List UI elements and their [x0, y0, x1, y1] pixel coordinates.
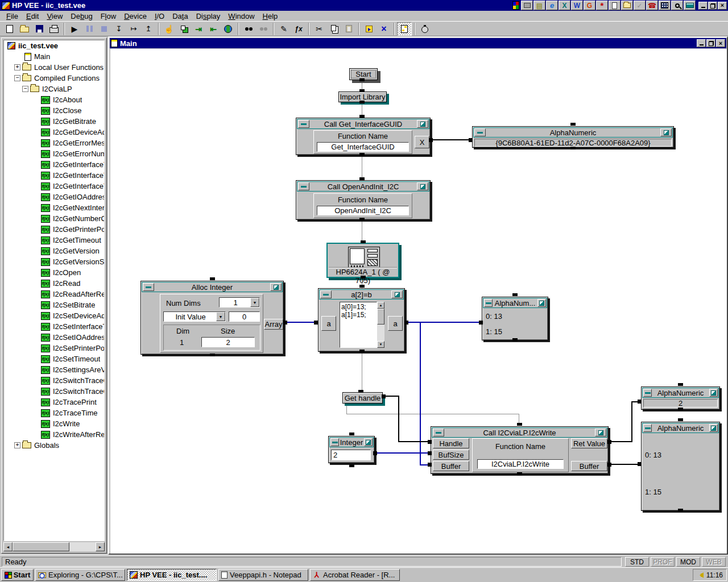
object-titlebar[interactable]: AlphaNumeric [642, 423, 719, 433]
open-folder-button[interactable] [621, 1, 633, 10]
object-minimize-button[interactable] [433, 429, 444, 436]
tree-item-i2cgetbitrate[interactable]: f(x)I2cGetBitrate [4, 116, 104, 127]
object-open-view-button[interactable] [364, 438, 373, 446]
tree-item-i2ctracetime[interactable]: f(x)I2cTraceTime [4, 408, 104, 418]
tasks-button[interactable]: ✓ [634, 1, 646, 10]
num-dims-select[interactable]: 1 [219, 297, 260, 307]
tree-item-i2cgetioaddress[interactable]: f(x)I2cGetIOAddress [4, 192, 104, 202]
tree-item-main[interactable]: Main [4, 51, 104, 62]
tree-item-i2cclose[interactable]: f(x)I2cClose [4, 105, 104, 116]
menu-edit[interactable]: Edit [22, 11, 43, 22]
integer-object[interactable]: Integer 2 [328, 436, 375, 463]
pan-hand-button[interactable]: ☝ [162, 22, 176, 36]
expand-icon[interactable]: + [14, 64, 20, 70]
object-open-view-button[interactable] [391, 290, 403, 298]
menu-help[interactable]: Help [259, 11, 282, 22]
tree-item-i2cswitchtraceon[interactable]: f(x)I2cSwitchTraceOn [4, 386, 104, 397]
menu-i-o[interactable]: I/O [151, 11, 168, 22]
object-titlebar[interactable]: Call Get_InterfaceGUID [297, 119, 429, 129]
bookshelf-button[interactable]: ▤ [533, 1, 545, 10]
tree-item-i2cwriteafterrest[interactable]: f(x)I2cWriteAfterRest [4, 429, 104, 440]
menu-file[interactable]: File [2, 11, 22, 22]
object-minimize-button[interactable] [143, 283, 154, 291]
tree-item-i2cgetprinterport[interactable]: f(x)I2cGetPrinterPort [4, 224, 104, 235]
scroll-down-button[interactable] [377, 341, 384, 348]
web-button[interactable] [221, 22, 235, 36]
object-titlebar[interactable]: AlphaNumeric [642, 388, 719, 398]
expand-icon[interactable]: + [14, 442, 20, 448]
scroll-up-button[interactable] [377, 302, 384, 309]
add-input-terminal-button[interactable]: ⇥ [191, 22, 206, 36]
dropdown-arrow-icon[interactable] [216, 312, 225, 321]
tree-item-i2csetinterfacety[interactable]: f(x)I2cSetInterfaceTy [4, 321, 104, 332]
display-button[interactable] [521, 1, 533, 10]
task-exploring-g-cps-t[interactable]: Exploring - G:\CPS\T... [35, 569, 125, 581]
tree-item-i2csetdeviceaddr[interactable]: f(x)I2cSetDeviceAddr [4, 310, 104, 321]
volume-icon[interactable] [697, 572, 704, 578]
tree-item-iic-test-vee[interactable]: iic_test.vee [4, 40, 104, 51]
scroll-left-button[interactable] [3, 542, 13, 551]
scroll-right-button[interactable] [96, 542, 105, 551]
object-open-view-button[interactable] [660, 128, 672, 136]
tree-item-i2cgettimeout[interactable]: f(x)I2cGetTimeout [4, 235, 104, 246]
tree-item-i2csetprinterport[interactable]: f(x)I2cSetPrinterPort [4, 343, 104, 354]
input-terminal-bufsize[interactable]: BufSize [433, 450, 469, 460]
step-out-button[interactable]: ↥ [141, 22, 156, 36]
code-scrollbar[interactable] [377, 302, 384, 348]
output-terminal-x[interactable]: X [415, 136, 429, 148]
scrollbar-thumb[interactable] [13, 542, 69, 551]
tree-item-i2cgetnumberof[interactable]: f(x)I2cGetNumberOf [4, 213, 104, 224]
excel-button[interactable]: X [559, 1, 570, 10]
menu-window[interactable]: Window [224, 11, 258, 22]
output-terminal-retvalue[interactable]: Ret Value [571, 438, 607, 448]
main-minimize-button[interactable] [697, 39, 706, 47]
menu-view[interactable]: View [43, 11, 67, 22]
tree-item-compiled-functions[interactable]: −Compiled Functions [4, 73, 104, 84]
tree-item-i2cgetdeviceaddr[interactable]: f(x)I2cGetDeviceAddr [4, 127, 104, 138]
word-button[interactable]: W [571, 1, 583, 10]
call-get-interfaceguid-object[interactable]: Call Get_InterfaceGUID Function Name Get… [296, 118, 431, 155]
tree-item-i2cgetinterfacety[interactable]: f(x)I2cGetInterfaceTy [4, 170, 104, 181]
object-titlebar[interactable]: Alloc Integer [142, 282, 283, 292]
internet-explorer-button[interactable]: e [546, 1, 558, 10]
object-open-view-button[interactable] [417, 120, 428, 128]
tree-item-local-user-functions[interactable]: +Local User Functions [4, 62, 104, 73]
phone-button[interactable]: ☎ [646, 1, 658, 10]
properties-button[interactable]: ✎ [276, 22, 291, 36]
init-value-field[interactable]: 0 [229, 311, 260, 322]
alloc-integer-object[interactable]: Alloc Integer Num Dims 1 Init Value 0 [140, 281, 284, 355]
step-into-button[interactable]: ↧ [111, 22, 126, 36]
alphanumeric-array-object[interactable]: AlphaNum... 0: 13 1: 15 [482, 297, 548, 340]
menu-display[interactable]: Display [192, 11, 225, 22]
tree-item-i2creadafterrest[interactable]: f(x)I2cReadAfterRest [4, 289, 104, 300]
notes-button[interactable] [609, 1, 621, 10]
object-open-view-button[interactable] [709, 389, 718, 397]
timer-button[interactable] [417, 22, 432, 36]
scrollbar-thumb[interactable] [377, 309, 384, 325]
office-app-button[interactable]: * [596, 1, 608, 10]
tree-item-i2copen[interactable]: f(x)I2cOpen [4, 267, 104, 278]
shortcutbar-handle[interactable] [512, 1, 519, 10]
main-close-button[interactable]: × [716, 39, 725, 47]
tree-item-i2cgetinterfacety[interactable]: f(x)I2cGetInterfaceTy [4, 159, 104, 170]
output-terminal-array[interactable]: Array [264, 319, 283, 330]
output-terminal-buffer[interactable]: Buffer [571, 461, 607, 471]
object-titlebar[interactable]: Integer [329, 437, 374, 447]
input-terminal-buffer[interactable]: Buffer [433, 461, 469, 471]
get-handle-object[interactable]: Get handle [342, 392, 383, 404]
disconnect-button[interactable]: × [377, 22, 391, 36]
object-minimize-button[interactable] [643, 424, 652, 432]
close-button[interactable]: × [718, 2, 727, 10]
console-button[interactable] [684, 1, 696, 10]
object-titlebar[interactable]: Call OpenAndInit_I2C [297, 181, 429, 192]
object-titlebar[interactable]: a[2]=b [319, 289, 404, 300]
start-menu-button[interactable]: Start [1, 569, 34, 581]
alphanumeric-buffer-object[interactable]: AlphaNumeric 0: 13 1: 15 [641, 422, 720, 511]
input-terminal-a[interactable]: a [321, 316, 336, 331]
object-titlebar[interactable]: AlphaNumeric [473, 127, 673, 138]
stop-button[interactable] [97, 22, 111, 36]
call-i2cwrite-object[interactable]: Call I2CviaLP.I2cWrite Handle BufSize Bu… [431, 426, 609, 474]
output-terminal-a[interactable]: a [388, 316, 403, 331]
tree-item-i2cwrite[interactable]: f(x)I2cWrite [4, 418, 104, 429]
object-minimize-button[interactable] [474, 128, 486, 136]
